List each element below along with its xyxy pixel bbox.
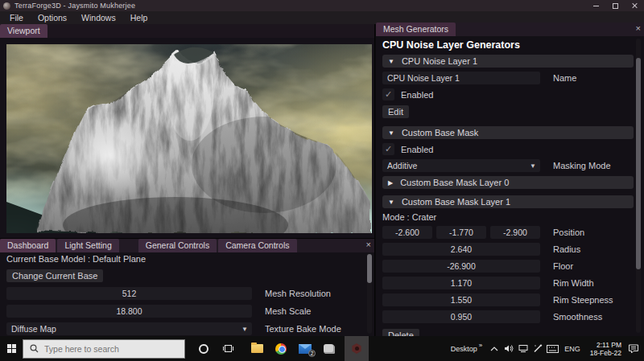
mesh-resolution-label: Mesh Resolution	[265, 289, 331, 298]
close-icon	[631, 2, 638, 9]
cpu-noise-layer-1-header[interactable]: ▼ CPU Noise Layer 1	[382, 55, 634, 68]
position-z-input[interactable]: -2.900	[490, 226, 540, 239]
clock[interactable]: 2:11 PM 18-Feb-22	[590, 341, 621, 357]
texture-bake-mode-value: Diffuse Map	[11, 324, 56, 334]
position-label: Position	[553, 228, 584, 237]
mesh-generators-close-icon[interactable]: ×	[636, 23, 641, 33]
search-icon	[30, 344, 39, 353]
chevron-down-icon: ▼	[530, 162, 536, 170]
dashboard-close-icon[interactable]: ×	[366, 240, 371, 249]
tab-dashboard[interactable]: Dashboard	[0, 239, 56, 252]
language-indicator[interactable]: ENG	[564, 345, 580, 353]
maximize-button[interactable]	[605, 0, 625, 11]
chrome-icon	[275, 343, 287, 355]
smoothness-input[interactable]: 0.950	[382, 310, 540, 323]
task-view-button[interactable]	[216, 336, 240, 361]
action-center-button[interactable]	[626, 336, 641, 361]
keyboard-icon	[547, 345, 559, 353]
custom-base-mask-header[interactable]: ▼ Custom Base Mask	[382, 126, 634, 139]
mask-layer-0-header[interactable]: ▶ Custom Base Mask Layer 0	[382, 176, 634, 189]
tab-general-controls[interactable]: General Controls	[138, 239, 217, 252]
chevron-up-icon	[490, 347, 498, 351]
windows-logo-icon	[7, 344, 16, 353]
clock-time: 2:11 PM	[590, 341, 621, 349]
cortana-button[interactable]	[192, 336, 216, 361]
dashboard-scrollbar[interactable]	[367, 253, 372, 334]
notification-icon	[628, 344, 639, 354]
desktop-peek-label[interactable]: Desktop	[451, 345, 477, 353]
rim-steepness-label: Rim Steepness	[553, 295, 613, 305]
mesh-generators-panel: Mesh Generators × CPU Noise Layer Genera…	[376, 23, 644, 336]
position-row: -2.600 -1.770 -2.900 Position	[382, 226, 634, 239]
title-bar: TerraForge3D - Jaysmito Mukherjee	[0, 0, 644, 11]
network-button[interactable]	[516, 336, 530, 361]
file-explorer-button[interactable]	[245, 336, 269, 361]
floor-label: Floor	[553, 261, 573, 271]
chevron-down-icon: ▼	[242, 326, 248, 333]
window-title: TerraForge3D - Jaysmito Mukherjee	[14, 2, 135, 10]
viewport-render[interactable]	[6, 44, 372, 233]
close-button[interactable]	[625, 0, 644, 11]
radius-label: Radius	[553, 244, 580, 254]
edit-button[interactable]: Edit	[382, 105, 409, 118]
tab-light-setting[interactable]: Light Setting	[57, 239, 118, 252]
chrome-button[interactable]	[269, 336, 293, 361]
menu-windows[interactable]: Windows	[81, 13, 116, 23]
mesh-scale-input[interactable]: 18.800	[6, 305, 252, 318]
masking-mode-value: Additive	[387, 161, 417, 170]
menu-help[interactable]: Help	[130, 13, 148, 23]
mesh-resolution-input[interactable]: 512	[6, 287, 252, 300]
tray-overflow-icon[interactable]: »	[479, 342, 482, 349]
minimize-icon	[593, 6, 599, 6]
radius-input[interactable]: 2.640	[382, 243, 540, 256]
masking-mode-select[interactable]: Additive ▼	[382, 159, 540, 172]
app-icon	[3, 2, 10, 10]
tab-mesh-generators[interactable]: Mesh Generators	[376, 23, 456, 36]
minimize-button[interactable]	[586, 0, 605, 11]
pinned-app-button[interactable]	[317, 336, 341, 361]
terraforge-app-icon	[352, 343, 362, 354]
task-view-icon	[223, 343, 233, 354]
tab-camera-controls[interactable]: Camera Controls	[218, 239, 296, 252]
dashboard-panel: Dashboard Light Setting General Controls…	[0, 238, 375, 336]
current-base-model-text: Current Base Model : Default Plane	[6, 254, 363, 264]
maximize-icon	[613, 3, 618, 9]
header-label: CPU Noise Layer 1	[402, 56, 477, 66]
position-y-input[interactable]: -1.770	[436, 226, 486, 239]
mesh-generators-scrollbar[interactable]	[636, 39, 641, 333]
tab-viewport[interactable]: Viewport	[0, 24, 47, 38]
texture-bake-mode-select[interactable]: Diffuse Map ▼	[6, 322, 252, 335]
smoothness-label: Smoothness	[553, 312, 602, 322]
floor-input[interactable]: -26.900	[382, 260, 540, 273]
mask-enabled-label: Enabled	[401, 145, 433, 154]
rim-width-input[interactable]: 1.170	[382, 277, 540, 289]
enabled-label: Enabled	[401, 90, 433, 100]
taskbar-search[interactable]	[23, 339, 185, 359]
triangle-down-icon: ▼	[388, 199, 394, 206]
search-input[interactable]	[44, 344, 165, 354]
start-button[interactable]	[0, 336, 23, 361]
mail-button[interactable]: 2	[293, 336, 317, 361]
terraforge-taskbar-button[interactable]	[345, 336, 369, 361]
volume-button[interactable]	[502, 336, 516, 361]
hidden-icons-button[interactable]	[487, 336, 502, 361]
mask-enabled-checkbox[interactable]: ✓	[382, 143, 394, 155]
triangle-down-icon: ▼	[388, 58, 394, 65]
rim-steepness-input[interactable]: 1.550	[382, 293, 540, 306]
name-label: Name	[553, 73, 576, 83]
change-current-base-button[interactable]: Change Current Base	[6, 269, 103, 282]
texture-bake-mode-label: Texture Bake Mode	[265, 324, 341, 334]
touch-keyboard-button[interactable]	[545, 336, 559, 361]
menu-options[interactable]: Options	[38, 13, 67, 23]
pinned-app-icon	[324, 344, 335, 354]
file-explorer-icon	[251, 344, 263, 353]
mask-layer-1-header[interactable]: ▼ Custom Base Mask Layer 1	[382, 195, 634, 208]
header-label: Custom Base Mask Layer 1	[402, 197, 510, 207]
enabled-checkbox[interactable]: ✓	[382, 88, 394, 101]
mode-text: Mode : Crater	[382, 212, 634, 222]
taskbar: 2 Desktop »	[0, 336, 644, 361]
pen-button[interactable]	[530, 336, 545, 361]
layer-name-input[interactable]: CPU Noise Layer 1	[382, 72, 540, 84]
menu-file[interactable]: File	[10, 13, 23, 23]
position-x-input[interactable]: -2.600	[382, 226, 432, 239]
